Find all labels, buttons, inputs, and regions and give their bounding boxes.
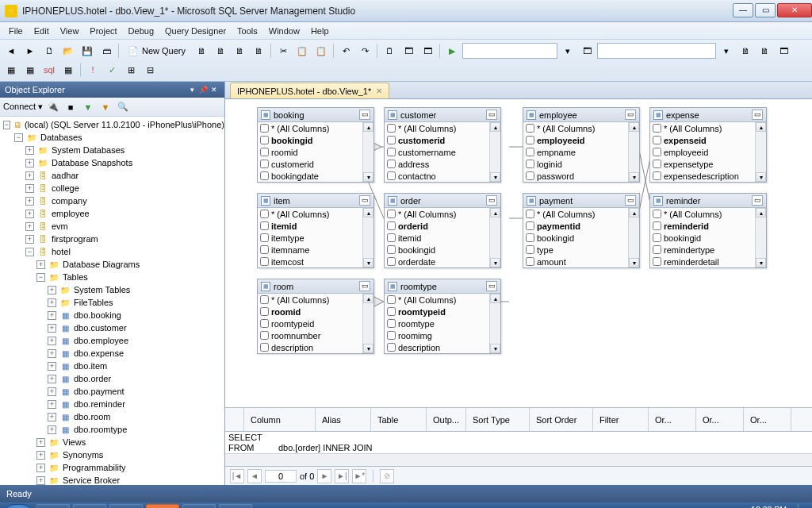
col-checkbox[interactable] bbox=[653, 245, 661, 254]
tb2-icon-1[interactable]: ▦ bbox=[2, 61, 20, 79]
col-checkbox[interactable] bbox=[260, 160, 269, 168]
table-header[interactable]: ▦ item ▭ bbox=[258, 194, 373, 208]
panel-dropdown-icon[interactable]: ▾ bbox=[186, 86, 197, 94]
col-checkbox[interactable] bbox=[260, 295, 269, 304]
menu-window[interactable]: Window bbox=[263, 25, 305, 37]
col-checkbox[interactable] bbox=[653, 221, 661, 230]
taskbar-ssms[interactable]: ⚡ bbox=[182, 504, 216, 508]
tb-icon-10[interactable]: 🗎 bbox=[756, 42, 773, 60]
col-checkbox[interactable] bbox=[387, 319, 396, 328]
table-box-customer[interactable]: ▦ customer ▭ * (All Columns)customeridcu… bbox=[384, 107, 501, 183]
grid-header[interactable]: Or... bbox=[696, 408, 744, 431]
save-button[interactable]: 💾 bbox=[79, 42, 96, 60]
table-col[interactable]: amount bbox=[523, 256, 628, 267]
start-button[interactable]: ⊞ bbox=[3, 504, 33, 508]
tree-dbo-booking[interactable]: +▦dbo.booking bbox=[0, 309, 224, 321]
col-checkbox[interactable] bbox=[387, 160, 396, 168]
tab-close-icon[interactable]: ✕ bbox=[376, 87, 382, 95]
col-checkbox[interactable] bbox=[260, 148, 269, 156]
tb-icon-9[interactable]: 🗎 bbox=[737, 42, 754, 60]
table-col[interactable]: password bbox=[523, 170, 628, 182]
tree-dbo-employee[interactable]: +▦dbo.employee bbox=[0, 334, 224, 347]
table-col[interactable]: * (All Columns) bbox=[258, 122, 362, 134]
table-col[interactable]: itemid bbox=[385, 232, 489, 244]
table-scrollbar[interactable]: ▴▾ bbox=[489, 294, 500, 353]
col-checkbox[interactable] bbox=[387, 124, 396, 133]
menu-view[interactable]: View bbox=[55, 25, 85, 37]
tb-icon-6[interactable]: 🗔 bbox=[400, 42, 417, 60]
table-col[interactable]: customerid bbox=[258, 158, 362, 170]
table-col[interactable]: address bbox=[385, 158, 489, 170]
table-col[interactable]: itemname bbox=[258, 244, 362, 256]
table-header[interactable]: ▦ booking ▭ bbox=[258, 108, 373, 122]
undo-button[interactable]: ↶ bbox=[337, 42, 354, 60]
table-scrollbar[interactable]: ▴▾ bbox=[362, 122, 373, 182]
tree-systables[interactable]: +📁System Tables bbox=[0, 283, 224, 296]
table-col[interactable]: remindertype bbox=[650, 244, 755, 256]
table-box-reminder[interactable]: ▦ reminder ▭ * (All Columns)reminderidbo… bbox=[649, 193, 767, 268]
table-box-roomtype[interactable]: ▦ roomtype ▭ * (All Columns)roomtypeidro… bbox=[384, 279, 501, 354]
table-col[interactable]: employeeid bbox=[523, 134, 628, 146]
tree-views[interactable]: +📁Views bbox=[0, 436, 224, 448]
col-checkbox[interactable] bbox=[526, 171, 534, 180]
tree-sysdb[interactable]: +📁System Databases bbox=[0, 144, 224, 156]
tree-databases[interactable]: −📁Databases bbox=[0, 131, 224, 144]
table-col[interactable]: bookingid bbox=[385, 244, 489, 256]
tree-diagrams[interactable]: +📁Database Diagrams bbox=[0, 258, 224, 271]
col-checkbox[interactable] bbox=[653, 160, 661, 168]
table-menu-button[interactable]: ▭ bbox=[486, 281, 497, 291]
tree-dbo-order[interactable]: +▦dbo.order bbox=[0, 372, 224, 385]
table-menu-button[interactable]: ▭ bbox=[359, 110, 370, 120]
tb-icon-11[interactable]: 🗖 bbox=[775, 42, 792, 60]
col-checkbox[interactable] bbox=[653, 233, 661, 242]
panel-pin-icon[interactable]: 📌 bbox=[197, 86, 209, 94]
grid-header[interactable]: Sort Order bbox=[530, 408, 593, 431]
tb2-icon-5[interactable]: ! bbox=[84, 61, 102, 79]
table-col[interactable]: itemcost bbox=[258, 256, 362, 267]
taskbar-chrome[interactable]: 🌐 bbox=[73, 504, 106, 508]
show-desktop-button[interactable] bbox=[798, 504, 806, 508]
table-header[interactable]: ▦ order ▭ bbox=[385, 194, 500, 208]
close-button[interactable]: ✕ bbox=[777, 3, 812, 17]
table-menu-button[interactable]: ▭ bbox=[486, 110, 497, 120]
col-checkbox[interactable] bbox=[260, 136, 269, 144]
table-col[interactable]: * (All Columns) bbox=[258, 294, 362, 306]
table-col[interactable]: bookingdate bbox=[258, 170, 362, 182]
col-checkbox[interactable] bbox=[387, 148, 396, 156]
table-col[interactable]: empname bbox=[523, 146, 628, 158]
menu-debug[interactable]: Debug bbox=[123, 25, 159, 37]
nav-stop-button[interactable]: ⊘ bbox=[380, 469, 394, 483]
connect-button[interactable]: Connect ▾ bbox=[3, 102, 43, 112]
menu-tools[interactable]: Tools bbox=[232, 25, 263, 37]
tb2-icon-4[interactable]: ▦ bbox=[59, 61, 77, 79]
maximize-button[interactable]: ▭ bbox=[755, 3, 776, 17]
table-col[interactable]: bookingid bbox=[258, 134, 362, 146]
col-checkbox[interactable] bbox=[260, 233, 269, 242]
table-scrollbar[interactable]: ▴▾ bbox=[362, 208, 373, 267]
tree-dbo-item[interactable]: +▦dbo.item bbox=[0, 360, 224, 372]
table-box-payment[interactable]: ▦ payment ▭ * (All Columns)paymentidbook… bbox=[523, 193, 640, 268]
table-box-employee[interactable]: ▦ employee ▭ * (All Columns)employeeidem… bbox=[523, 107, 640, 183]
table-menu-button[interactable]: ▭ bbox=[359, 281, 370, 291]
tree-dbo-customer[interactable]: +▦dbo.customer bbox=[0, 321, 224, 334]
nav-new-button[interactable]: ►* bbox=[352, 469, 366, 483]
grid-header[interactable]: Column bbox=[244, 408, 316, 431]
col-checkbox[interactable] bbox=[653, 171, 661, 180]
col-checkbox[interactable] bbox=[260, 307, 269, 316]
table-header[interactable]: ▦ customer ▭ bbox=[385, 108, 500, 122]
combo-arrow-1[interactable]: ▾ bbox=[559, 42, 576, 60]
table-col[interactable]: expensedescription bbox=[650, 170, 755, 182]
col-checkbox[interactable] bbox=[653, 148, 661, 156]
table-col[interactable]: roomtypeid bbox=[385, 306, 489, 318]
tree-dbo-roomtype[interactable]: +▦dbo.roomtype bbox=[0, 423, 224, 436]
table-col[interactable]: roomtype bbox=[385, 318, 489, 329]
grid-header[interactable]: Filter bbox=[593, 408, 649, 431]
tree-db-evm[interactable]: +🗄evm bbox=[0, 220, 224, 233]
tb-icon-2[interactable]: 🗎 bbox=[212, 42, 229, 60]
nav-next-button[interactable]: ► bbox=[317, 469, 331, 483]
grid-header[interactable]: Or... bbox=[744, 408, 791, 431]
col-checkbox[interactable] bbox=[260, 221, 269, 230]
col-checkbox[interactable] bbox=[260, 245, 269, 254]
grid-header[interactable] bbox=[225, 408, 244, 431]
taskbar-app1[interactable]: 📊 bbox=[109, 504, 143, 508]
